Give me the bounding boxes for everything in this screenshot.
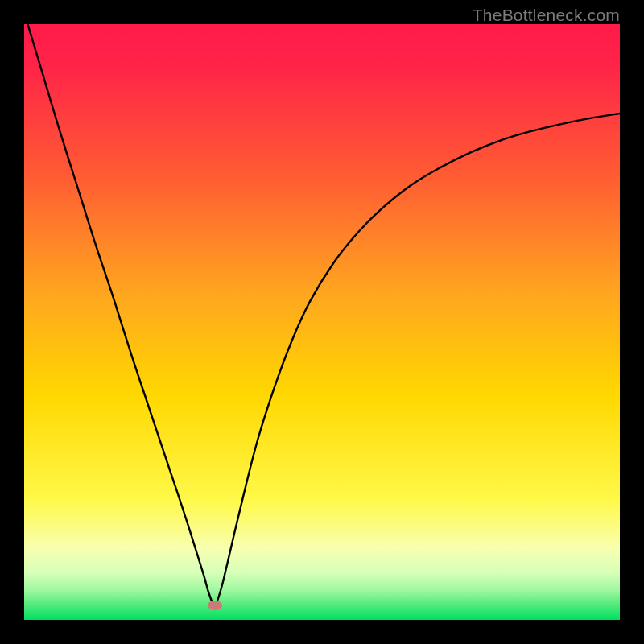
bottleneck-curve <box>24 24 620 620</box>
watermark-text: TheBottleneck.com <box>473 6 620 25</box>
optimal-point-marker <box>208 601 222 610</box>
plot-area <box>24 24 620 620</box>
chart-frame: TheBottleneck.com <box>0 0 644 644</box>
